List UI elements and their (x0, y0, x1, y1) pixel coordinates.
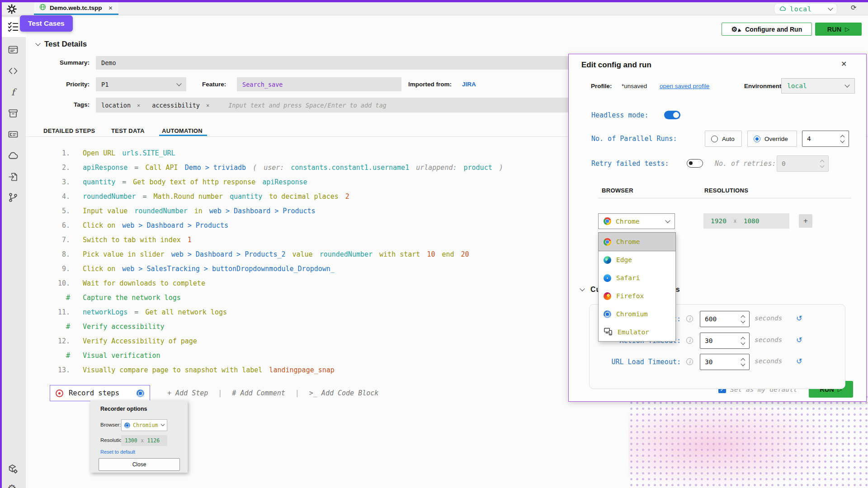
tab-test-data[interactable]: TEST DATA (111, 127, 145, 134)
spinner-icon[interactable] (741, 359, 745, 366)
timeout-input[interactable]: 30 (700, 354, 750, 370)
tab-close-icon[interactable]: ✕ (108, 5, 113, 11)
auto-radio[interactable]: Auto (705, 131, 742, 147)
step-row[interactable]: 11.networkLogs=Get all network logs (0, 305, 570, 319)
step-token: in (194, 207, 203, 215)
recorder-browser-select[interactable]: Chromium (121, 419, 167, 431)
priority-select[interactable]: P1 (96, 77, 186, 91)
step-token: user: (264, 164, 284, 172)
sidebar-item-settings-gear[interactable]: ⚙ (0, 478, 26, 488)
retry-toggle[interactable] (687, 159, 703, 168)
editor-actions-row: + Add Step | # Add Comment | >_ Add Code… (167, 385, 378, 401)
environment-select[interactable]: local (781, 78, 855, 94)
reset-icon[interactable]: ↺ (796, 357, 802, 366)
refresh-icon[interactable]: ⟳ (851, 4, 857, 12)
environment-pill[interactable]: local (774, 3, 837, 14)
step-row[interactable]: 8.Pick value in sliderweb > Dashboard > … (0, 247, 570, 262)
retries-value: 0 (782, 160, 786, 167)
panel-close-icon[interactable]: ✕ (841, 60, 847, 68)
add-comment-button[interactable]: # Add Comment (232, 389, 285, 397)
sidebar-item-package-settings[interactable] (0, 459, 26, 479)
step-token: quantity (230, 192, 262, 201)
comment-row[interactable]: #Visual verification (0, 348, 570, 363)
step-text: quantity=Get body text of http responsea… (83, 178, 314, 186)
timeout-label: URL Load Timeout: (578, 354, 681, 370)
info-icon[interactable]: i (686, 315, 693, 322)
browser-option-edge[interactable]: Edge (599, 251, 675, 269)
recorder-resolution-input[interactable]: 1300 X 1126 (121, 435, 167, 446)
step-row[interactable]: 4.roundedNumber=Math.Round numberquantit… (0, 189, 570, 204)
sidebar-item-archive-box[interactable] (0, 103, 26, 123)
panel-title: Edit config and run (581, 61, 651, 70)
add-resolution-button[interactable]: + (799, 214, 812, 228)
tag-remove-icon[interactable]: ✕ (206, 102, 209, 108)
retries-label: No. of retries: (715, 160, 776, 168)
step-row[interactable]: 13.Visually compare page to snapshot wit… (0, 363, 570, 377)
activity-sidebar: f⚙ (0, 2, 26, 488)
comment-row[interactable]: #Capture the network logs (0, 291, 570, 305)
reset-icon[interactable]: ↺ (796, 314, 802, 323)
sidebar-item-code[interactable] (0, 61, 26, 81)
comment-row[interactable]: #Verify accessibility (0, 319, 570, 334)
run-button[interactable]: RUN ▷ (815, 23, 862, 36)
parallel-runs-input[interactable]: 4 (802, 131, 849, 147)
open-saved-profile-link[interactable]: open saved profile (660, 83, 709, 89)
feature-input[interactable]: Search_save (237, 77, 401, 91)
tab-detailed-steps[interactable]: DETAILED STEPS (43, 127, 95, 134)
imported-from-value[interactable]: JIRA (462, 81, 476, 88)
override-radio[interactable]: Override (747, 131, 797, 147)
cloud-icon (779, 5, 786, 13)
imported-from-label: Imported from: (408, 81, 452, 88)
record-steps-button[interactable]: Record steps (50, 385, 150, 401)
tag-remove-icon[interactable]: ✕ (137, 102, 140, 108)
step-row[interactable]: 2.apiResponse=Call APIDemo > triviadb(us… (0, 160, 570, 175)
sidebar-item-cloud[interactable] (0, 145, 26, 165)
browser-option-chromium[interactable]: Chromium (599, 305, 675, 323)
info-icon[interactable]: i (686, 358, 693, 365)
browser-option-safari[interactable]: Safari (599, 269, 675, 287)
file-tab[interactable]: Demo.web.tc.tspp ✕ (34, 2, 118, 15)
svg-text:f: f (11, 87, 17, 98)
recorder-close-button[interactable]: Close (99, 458, 180, 471)
step-row[interactable]: 7.Switch to tab with index1 (0, 233, 570, 247)
sidebar-item-element-card[interactable] (0, 124, 26, 144)
tag-chip: accessibility✕ (152, 102, 209, 109)
spinner-icon[interactable] (741, 338, 745, 344)
test-details-section-header[interactable]: Test Details (36, 40, 87, 49)
configure-and-run-button[interactable]: ⚙ Configure and Run (722, 23, 812, 36)
step-row[interactable]: 1.Open URLurls.SITE_URL (0, 146, 570, 160)
sidebar-item-git-branch[interactable] (0, 188, 26, 207)
add-code-block-button[interactable]: >_ Add Code Block (309, 389, 379, 397)
browser-option-chrome[interactable]: Chrome (599, 233, 675, 251)
step-row[interactable]: 10.Wait for downloads to complete (0, 276, 570, 291)
resolution-input[interactable]: 1920 X 1080 (703, 213, 789, 229)
window-accent-border (0, 0, 868, 2)
spinner-icon[interactable] (841, 136, 844, 142)
archive-box-icon (8, 108, 19, 119)
sidebar-item-import[interactable] (0, 167, 26, 187)
spinner-icon[interactable] (741, 316, 745, 323)
headless-toggle[interactable] (664, 111, 680, 119)
add-step-button[interactable]: + Add Step (167, 389, 208, 397)
step-token: Switch to tab with index (83, 236, 181, 244)
tab-automation[interactable]: AUTOMATION (162, 127, 203, 134)
step-row[interactable]: 12.Verify Accessibility of page (0, 334, 570, 348)
step-text: Input valueroundedNumberinweb > Dashboar… (83, 207, 322, 215)
info-icon[interactable]: i (686, 337, 693, 344)
step-token: 2 (345, 192, 349, 201)
step-row[interactable]: 3.quantity=Get body text of http respons… (0, 175, 570, 189)
sidebar-item-browser-window[interactable] (0, 40, 26, 60)
step-token: Verify accessibility (83, 323, 165, 331)
step-row[interactable]: 5.Input valueroundedNumberinweb > Dashbo… (0, 204, 570, 218)
timeout-input[interactable]: 30 (700, 333, 750, 349)
step-text: Switch to tab with index1 (83, 236, 198, 244)
step-row[interactable]: 9.Click onweb > SalesTracking > buttonDr… (0, 262, 570, 276)
sidebar-item-function[interactable]: f (0, 82, 26, 102)
browser-option-emulator[interactable]: Emulator (599, 323, 675, 341)
browser-select[interactable]: Chrome (598, 213, 675, 229)
reset-icon[interactable]: ↺ (796, 336, 802, 344)
timeout-input[interactable]: 600 (700, 311, 750, 327)
step-row[interactable]: 6.Click onweb > Dashboard > Products (0, 218, 570, 233)
browser-option-firefox[interactable]: Firefox (599, 287, 675, 305)
reset-to-default-link[interactable]: Reset to default (100, 449, 135, 455)
